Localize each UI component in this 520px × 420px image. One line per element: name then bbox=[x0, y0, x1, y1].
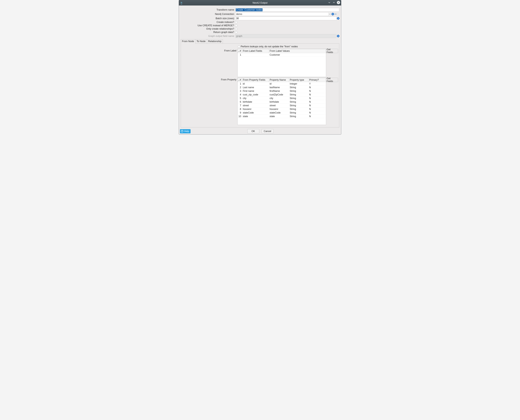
perform-lookups-label: Perform lookups only, do not update the … bbox=[241, 45, 298, 48]
ok-button[interactable]: OK bbox=[247, 129, 259, 133]
perform-lookups-checkbox[interactable] bbox=[238, 46, 240, 48]
minimize-button[interactable] bbox=[328, 1, 331, 4]
chevron-down-icon[interactable] bbox=[328, 13, 331, 15]
transform-name-input[interactable]: Create :Customer nodes bbox=[235, 8, 339, 12]
table-row[interactable]: 5citycityStringN bbox=[238, 97, 326, 100]
from-label-table[interactable]: # From Label Fields From Label Values 1C… bbox=[237, 49, 326, 77]
col-num[interactable]: # bbox=[238, 78, 242, 82]
window-controls bbox=[328, 1, 340, 4]
from-label-label: From Label bbox=[182, 49, 237, 77]
dialog-content: Transform name Create :Customer nodes Ne… bbox=[179, 6, 341, 128]
col-label-values[interactable]: From Label Values bbox=[269, 49, 326, 53]
only-rel-checkbox[interactable] bbox=[235, 28, 237, 30]
dialog-window: n Neo4J Output Transform name Create :Cu… bbox=[179, 0, 341, 135]
table-row[interactable]: 2Last namelastNameStringN bbox=[238, 86, 326, 89]
app-icon: n bbox=[180, 1, 183, 4]
table-row[interactable]: 7streetstreetStringN bbox=[238, 104, 326, 107]
window-title: Neo4J Output bbox=[252, 1, 267, 4]
return-graph-label: Return graph data? bbox=[181, 31, 235, 34]
table-row[interactable]: 9stateCodestateCodeStringN bbox=[238, 111, 326, 115]
close-button[interactable] bbox=[337, 1, 340, 4]
col-prop-primary[interactable]: Primary? bbox=[308, 78, 326, 82]
col-label-fields[interactable]: From Label Fields bbox=[242, 49, 269, 53]
connection-new-icon[interactable]: n▾ bbox=[334, 13, 337, 15]
table-row[interactable]: 1ididIntegerY bbox=[238, 82, 326, 86]
table-row[interactable]: 4cust_zip_codecustZipCodeStringN bbox=[238, 93, 326, 97]
col-num[interactable]: # bbox=[238, 49, 242, 53]
col-prop-name[interactable]: Property Name bbox=[269, 78, 289, 82]
help-button[interactable]: ? Help bbox=[180, 129, 191, 133]
create-indexes-label: Create indexes? bbox=[181, 21, 235, 23]
batch-variable-icon[interactable]: $ bbox=[337, 17, 340, 20]
cancel-button[interactable]: Cancel bbox=[262, 129, 273, 133]
create-indexes-checkbox[interactable] bbox=[235, 21, 237, 23]
connection-combo[interactable]: demo bbox=[235, 12, 331, 16]
only-rel-label: Only create relationships? bbox=[181, 28, 235, 30]
bottom-bar: ? Help OK Cancel bbox=[179, 128, 341, 135]
help-icon: ? bbox=[181, 130, 183, 132]
table-row[interactable]: 8housenrhousenrStringN bbox=[238, 107, 326, 111]
from-node-panel: Perform lookups only, do not update the … bbox=[181, 44, 339, 128]
from-property-get-fields-button[interactable]: Get Fields bbox=[326, 78, 338, 82]
graph-output-label: Graph output field name bbox=[181, 35, 235, 38]
table-row[interactable]: 6birthdatebirthdateStringN bbox=[238, 100, 326, 104]
tab-to-node[interactable]: To Node bbox=[195, 39, 207, 43]
connection-label: Neo4j Connection bbox=[181, 13, 235, 15]
maximize-button[interactable] bbox=[332, 1, 336, 4]
connection-variable-icon[interactable]: $ bbox=[331, 13, 334, 16]
return-graph-checkbox[interactable] bbox=[235, 31, 237, 33]
transform-name-label: Transform name bbox=[181, 8, 235, 11]
from-property-table[interactable]: # From Property Fields Property Name Pro… bbox=[237, 78, 326, 125]
graph-output-variable-icon[interactable]: $ bbox=[337, 35, 340, 38]
help-label: Help bbox=[184, 130, 189, 133]
batch-size-input[interactable] bbox=[235, 16, 336, 20]
from-label-get-fields-button[interactable]: Get Fields bbox=[326, 49, 338, 53]
graph-output-input bbox=[235, 34, 336, 38]
tabbar: From Node To Node Relationship bbox=[181, 39, 339, 44]
col-prop-type[interactable]: Property type bbox=[289, 78, 308, 82]
transform-name-value: Create :Customer nodes bbox=[236, 8, 263, 11]
use-create-checkbox[interactable] bbox=[235, 25, 237, 27]
table-row[interactable]: 10statestateStringN bbox=[238, 115, 326, 118]
from-property-label: From Property bbox=[182, 78, 237, 125]
table-row[interactable]: 3First namefirstNameStringN bbox=[238, 89, 326, 93]
table-row[interactable]: 1Customer bbox=[238, 53, 326, 57]
use-create-label: Use CREATE instead of MERGE? bbox=[181, 24, 235, 27]
tab-from-node[interactable]: From Node bbox=[181, 39, 196, 43]
batch-size-label: Batch size (rows) bbox=[181, 17, 235, 20]
tab-relationship[interactable]: Relationship bbox=[207, 39, 223, 43]
col-prop-fields[interactable]: From Property Fields bbox=[242, 78, 269, 82]
titlebar: n Neo4J Output bbox=[179, 0, 341, 6]
connection-value: demo bbox=[236, 13, 328, 15]
